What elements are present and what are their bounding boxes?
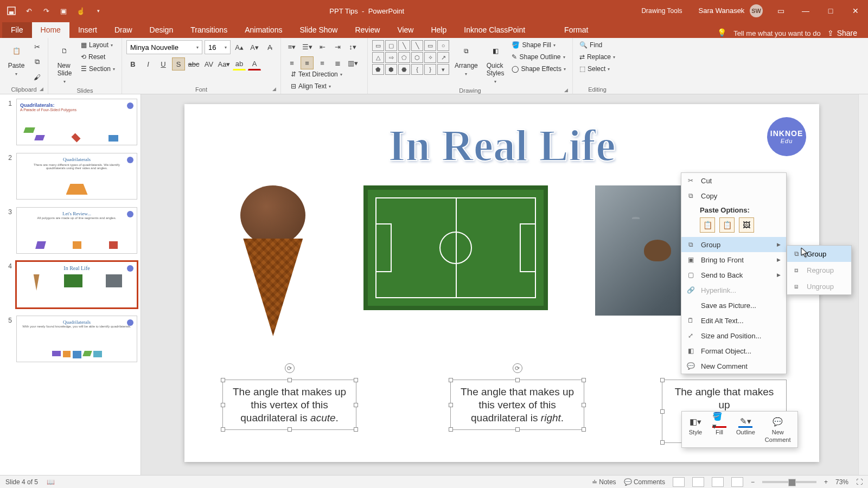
section-button[interactable]: ☰Section▾ <box>79 64 117 74</box>
highlight-icon[interactable]: ab <box>233 57 246 70</box>
tab-file[interactable]: File <box>2 22 32 38</box>
align-text-button[interactable]: ⊟Align Text▾ <box>289 81 363 91</box>
ice-cream-image[interactable] <box>229 185 316 337</box>
change-case-icon[interactable]: Aa▾ <box>218 57 231 70</box>
shape-fill-button[interactable]: 🪣Shape Fill▾ <box>509 40 568 50</box>
ctx-bring-to-front[interactable]: ▣Bring to Front▶ <box>681 252 786 267</box>
ribbon-display-icon[interactable]: ▭ <box>768 0 793 22</box>
bold-icon[interactable]: B <box>126 57 139 70</box>
notes-button[interactable]: ≐ Notes <box>592 478 616 486</box>
undo-icon[interactable]: ↶ <box>24 6 34 16</box>
comments-button[interactable]: 💬 Comments <box>624 478 665 486</box>
ctx-edit-alt-text[interactable]: 🗒Edit Alt Text... <box>681 313 786 328</box>
slide-thumb-1[interactable]: Quadrilaterals:A Parade of Four-Sided Po… <box>16 99 137 145</box>
align-right-icon[interactable]: ≡ <box>316 56 329 69</box>
slide-thumb-4[interactable]: In Real Life <box>16 261 137 308</box>
rotate-handle-icon[interactable]: ⟳ <box>285 363 295 373</box>
sorter-view-icon[interactable] <box>692 477 704 487</box>
justify-icon[interactable]: ≣ <box>331 56 344 69</box>
font-size-combo[interactable]: 16▾ <box>205 40 231 54</box>
paste-button[interactable]: 📋 Paste▾ <box>4 40 28 79</box>
format-painter-icon[interactable]: 🖌 <box>30 70 43 84</box>
close-icon[interactable]: ✕ <box>843 0 868 22</box>
account-name[interactable]: Sara Wanasek SW <box>693 4 768 17</box>
reading-view-icon[interactable] <box>712 477 724 487</box>
quick-styles-button[interactable]: ◧Quick Styles▾ <box>483 40 508 86</box>
rotate-handle-icon[interactable]: ⟳ <box>513 363 522 373</box>
slide-thumbnails[interactable]: 1✦ Quadrilaterals:A Parade of Four-Sided… <box>0 94 141 475</box>
fit-to-window-icon[interactable]: ⛶ <box>856 478 863 486</box>
shapes-gallery[interactable]: ▭▢╲╲▭○ △⇨⬠⬡✧↗ ⬟⬢⬣{}▾ <box>372 40 449 75</box>
find-button[interactable]: 🔍Find <box>577 40 617 50</box>
maximize-icon[interactable]: □ <box>818 0 843 22</box>
tab-view[interactable]: View <box>388 22 422 38</box>
soccer-field-image[interactable] <box>363 185 548 310</box>
clear-formatting-icon[interactable]: A̶ <box>263 41 276 54</box>
vertical-scrollbar[interactable] <box>858 94 868 475</box>
mini-fill-button[interactable]: 🪣▾Fill <box>708 415 731 444</box>
numbering-icon[interactable]: ☰▾ <box>301 40 314 53</box>
ctx-format-object[interactable]: ◧Format Object... <box>681 343 786 358</box>
tab-design[interactable]: Design <box>141 22 182 38</box>
shape-effects-button[interactable]: ◯Shape Effects▾ <box>509 64 568 74</box>
tell-me-input[interactable]: Tell me what you want to do <box>733 29 820 37</box>
layout-button[interactable]: ▦Layout▾ <box>79 40 117 50</box>
tab-review[interactable]: Review <box>346 22 388 38</box>
reset-button[interactable]: ⟲Reset <box>79 52 117 62</box>
save-icon[interactable] <box>7 6 16 16</box>
paste-use-theme-icon[interactable]: 📋 <box>700 217 715 233</box>
touch-mode-icon[interactable]: ☝ <box>76 6 86 16</box>
shadow-icon[interactable]: S <box>172 57 185 70</box>
start-from-beginning-icon[interactable]: ▣ <box>59 6 68 16</box>
tab-animations[interactable]: Animations <box>236 22 291 38</box>
slide-title[interactable]: In Real Life <box>184 120 819 171</box>
underline-icon[interactable]: U <box>157 57 170 70</box>
tab-classpoint[interactable]: Inknoe ClassPoint <box>455 22 534 38</box>
slide-thumb-5[interactable]: QuadrilateralsWith your newly found know… <box>16 316 137 362</box>
tab-draw[interactable]: Draw <box>106 22 141 38</box>
ctx-new-comment[interactable]: 💬New Comment <box>681 358 786 374</box>
zoom-level[interactable]: 73% <box>835 478 848 486</box>
submenu-group[interactable]: ⧉Group <box>787 246 851 262</box>
ctx-copy[interactable]: ⧉Copy <box>681 188 786 203</box>
tab-home[interactable]: Home <box>32 22 69 38</box>
tab-insert[interactable]: Insert <box>69 22 106 38</box>
textbox-selected-1[interactable]: The angle that makes upthis vertex of th… <box>222 380 356 430</box>
zoom-in-icon[interactable]: + <box>824 478 828 486</box>
tab-transitions[interactable]: Transitions <box>182 22 236 38</box>
align-left-icon[interactable]: ≡ <box>285 56 298 69</box>
grow-font-icon[interactable]: A▴ <box>233 41 246 54</box>
columns-icon[interactable]: ▥▾ <box>346 56 359 69</box>
zoom-out-icon[interactable]: − <box>751 478 755 486</box>
ctx-cut[interactable]: ✂Cut <box>681 173 786 188</box>
share-button[interactable]: ⇪Share <box>827 29 857 37</box>
redo-icon[interactable]: ↷ <box>41 6 51 16</box>
ctx-send-to-back[interactable]: ▢Send to Back▶ <box>681 267 786 282</box>
paste-picture-icon[interactable]: 🖼 <box>739 217 754 233</box>
new-slide-button[interactable]: 🗋 New Slide▾ <box>53 40 76 86</box>
mini-outline-button[interactable]: ✎▾Outline <box>732 415 760 444</box>
strikethrough-icon[interactable]: abc <box>187 57 200 70</box>
slideshow-view-icon[interactable] <box>731 477 743 487</box>
ctx-size-position[interactable]: ⤢Size and Position... <box>681 328 786 343</box>
select-button[interactable]: ⬚Select▾ <box>577 64 617 74</box>
qat-more-icon[interactable]: ▾ <box>93 6 103 16</box>
font-family-combo[interactable]: Minya Nouvelle▾ <box>126 40 202 54</box>
font-color-icon[interactable]: A <box>248 57 261 70</box>
paste-keep-source-icon[interactable]: 📋 <box>719 217 735 233</box>
normal-view-icon[interactable] <box>673 477 685 487</box>
slide-thumb-2[interactable]: QuadrilateralsThere are many different t… <box>16 153 137 200</box>
slide-thumb-3[interactable]: Let's Review...All polygons are made up … <box>16 207 137 254</box>
bullets-icon[interactable]: ≡▾ <box>285 40 298 53</box>
ctx-save-as-picture[interactable]: Save as Picture... <box>681 298 786 313</box>
italic-icon[interactable]: I <box>142 57 155 70</box>
increase-indent-icon[interactable]: ⇥ <box>331 40 344 53</box>
minimize-icon[interactable]: — <box>793 0 818 22</box>
spellcheck-icon[interactable]: 📖 <box>47 478 55 486</box>
cut-icon[interactable]: ✂ <box>30 40 43 53</box>
copy-icon[interactable]: ⧉ <box>30 55 43 68</box>
tab-help[interactable]: Help <box>422 22 455 38</box>
char-spacing-icon[interactable]: AV <box>202 57 215 70</box>
shrink-font-icon[interactable]: A▾ <box>248 41 261 54</box>
align-center-icon[interactable]: ≡ <box>301 56 314 69</box>
